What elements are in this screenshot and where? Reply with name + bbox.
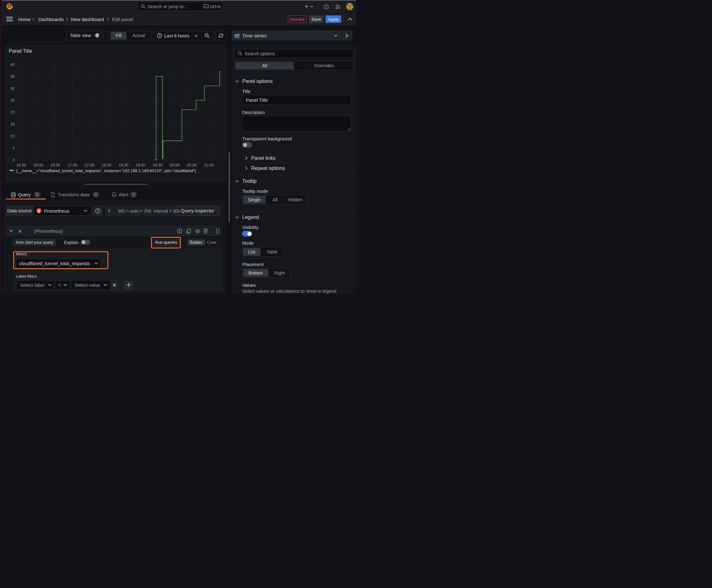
svg-text:17:30: 17:30 [84,163,94,167]
svg-text:17:00: 17:00 [67,163,77,167]
svg-text:18:30: 18:30 [118,163,128,167]
svg-text:15:30: 15:30 [16,163,26,167]
svg-text:{__name__="cloudflared_tunnel_: {__name__="cloudflared_tunnel_total_requ… [16,168,196,173]
svg-text:20:00: 20:00 [170,163,179,167]
svg-text:16:30: 16:30 [50,163,60,167]
svg-text:0: 0 [13,158,15,162]
svg-text:18:00: 18:00 [102,163,111,167]
svg-text:40: 40 [10,63,15,67]
svg-text:21:00: 21:00 [204,163,214,167]
svg-text:30: 30 [10,86,15,91]
svg-text:15: 15 [10,122,15,127]
svg-text:19:30: 19:30 [153,163,162,167]
svg-text:16:00: 16:00 [33,163,43,167]
svg-text:5: 5 [13,146,15,150]
svg-text:10: 10 [10,134,15,139]
svg-text:35: 35 [10,75,15,79]
svg-text:19:00: 19:00 [136,163,145,167]
svg-text:20:30: 20:30 [187,163,196,167]
svg-text:25: 25 [10,98,15,103]
svg-text:20: 20 [10,110,15,114]
